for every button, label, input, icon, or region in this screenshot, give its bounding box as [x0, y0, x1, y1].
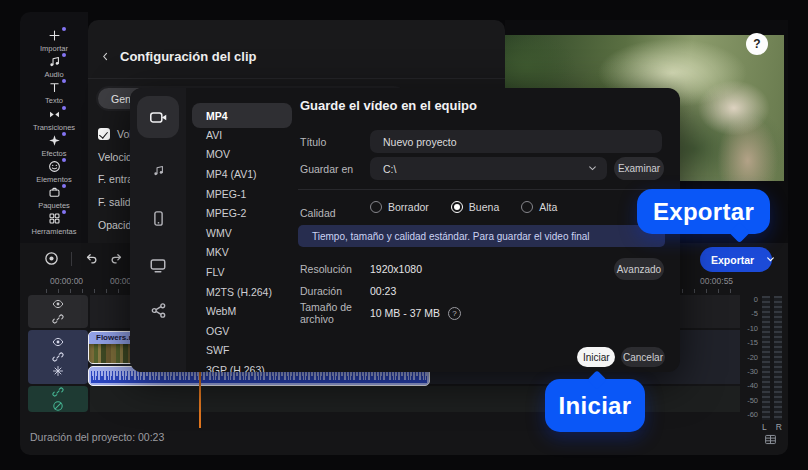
- record-icon[interactable]: [44, 251, 59, 266]
- quality-options: BorradorBuenaAlta: [370, 201, 557, 213]
- ruler-timecode: 00:00:00: [50, 276, 83, 286]
- track-header-audio[interactable]: [28, 386, 88, 412]
- advanced-button[interactable]: Avanzado: [614, 258, 664, 280]
- title-field-label: Título: [300, 136, 326, 148]
- divider: [298, 189, 664, 190]
- audio-meter-channels: LR: [762, 422, 782, 432]
- info-row-duraci-n: Duración00:23: [300, 280, 600, 302]
- info-banner: Tiempo, tamaño y calidad estándar. Para …: [298, 225, 665, 247]
- undo-icon[interactable]: [84, 253, 98, 265]
- eye-icon[interactable]: [52, 299, 64, 311]
- timeline-toolbar: [44, 251, 124, 266]
- chevron-down-icon[interactable]: [766, 256, 775, 263]
- radio-icon[interactable]: [521, 201, 533, 213]
- sidebar-item-efectos[interactable]: Efectos: [20, 133, 88, 159]
- notification-dot: [62, 210, 66, 214]
- notification-dot: [62, 132, 66, 136]
- export-dialog: MP4AVIMOVMP4 (AV1)MPEG-1MPEG-2WMVMKVFLVM…: [130, 88, 680, 372]
- sidebar-item-audio[interactable]: Audio: [20, 54, 88, 80]
- chevron-left-icon[interactable]: [100, 50, 111, 63]
- folder-select[interactable]: C:\: [370, 157, 607, 180]
- clip-settings-header: Configuración del clip: [100, 49, 257, 64]
- sidebar-item-herramientas[interactable]: Herramientas: [20, 211, 88, 237]
- format-option-wmv[interactable]: WMV: [192, 223, 292, 243]
- sidebar-item-transiciones[interactable]: Transiciones: [20, 107, 88, 133]
- rail-device-icon[interactable]: [130, 210, 186, 227]
- track-header-overlay[interactable]: [28, 295, 88, 328]
- format-list: MP4AVIMOVMP4 (AV1)MPEG-1MPEG-2WMVMKVFLVM…: [192, 103, 292, 372]
- snowflake-icon[interactable]: [52, 365, 64, 377]
- project-duration-text: Duración del proyecto: 00:23: [30, 431, 164, 443]
- track-header-video[interactable]: [28, 330, 88, 384]
- checkbox[interactable]: [98, 128, 110, 140]
- start-button[interactable]: Iniciar: [577, 347, 615, 367]
- audio-meter-left: [762, 296, 770, 420]
- export-target-rail: [130, 88, 186, 372]
- music-note-icon: [48, 55, 61, 68]
- rail-share-icon[interactable]: [130, 302, 186, 319]
- sidebar-item-importar[interactable]: Importar: [20, 28, 88, 54]
- eye-icon[interactable]: [52, 337, 64, 349]
- cancel-button[interactable]: Cancelar: [621, 347, 665, 367]
- format-option-swf[interactable]: SWF: [192, 341, 292, 361]
- radio-icon[interactable]: [370, 201, 382, 213]
- folder-field-label: Guardar en: [300, 163, 353, 175]
- info-row-tama-o-de-archivo: Tamaño de archivo10 MB - 37 MB?: [300, 302, 600, 324]
- ruler-timecode: 00:00:55: [700, 276, 733, 286]
- redo-icon[interactable]: [110, 253, 124, 265]
- link-icon[interactable]: [52, 313, 64, 325]
- export-button[interactable]: Exportar: [700, 247, 772, 272]
- radio-icon[interactable]: [451, 201, 463, 213]
- audio-meter-scale: 0-5-10-15-20-30-40-50-60: [710, 293, 758, 423]
- help-button[interactable]: ?: [746, 33, 768, 55]
- quality-radio-buena[interactable]: Buena: [451, 201, 499, 213]
- notification-dot: [62, 79, 66, 83]
- format-option-ogv[interactable]: OGV: [192, 321, 292, 341]
- meter-settings-icon[interactable]: [764, 433, 777, 446]
- format-option-mkv[interactable]: MKV: [192, 243, 292, 263]
- quality-radio-alta[interactable]: Alta: [521, 201, 557, 213]
- smiley-icon: [48, 160, 61, 173]
- rail-music-note-icon[interactable]: [130, 164, 186, 177]
- format-option-mp4-av1-[interactable]: MP4 (AV1): [192, 164, 292, 184]
- dialog-title: Guarde el vídeo en el equipo: [300, 98, 477, 113]
- panel-title: Configuración del clip: [120, 49, 257, 64]
- link-icon[interactable]: [52, 386, 64, 398]
- format-option-avi[interactable]: AVI: [192, 125, 292, 145]
- format-option-flv[interactable]: FLV: [192, 262, 292, 282]
- format-option-mpeg-2[interactable]: MPEG-2: [192, 203, 292, 223]
- format-option-mpeg-1[interactable]: MPEG-1: [192, 184, 292, 204]
- notification-dot: [62, 184, 66, 188]
- browse-button[interactable]: Examinar: [614, 157, 664, 180]
- sidebar-item-elementos[interactable]: Elementos: [20, 159, 88, 185]
- transition-icon: [48, 108, 61, 121]
- info-row-resoluci-n: Resolución1920x1080: [300, 258, 600, 280]
- audio-meter-right: [774, 296, 782, 420]
- sparkle-icon: [48, 134, 61, 147]
- exportar-callout[interactable]: Exportar: [637, 189, 770, 234]
- format-option-m2ts-h-264-[interactable]: M2TS (H.264): [192, 282, 292, 302]
- link-icon[interactable]: [52, 351, 64, 363]
- iniciar-callout[interactable]: Iniciar: [545, 379, 645, 432]
- chevron-down-icon: [588, 165, 597, 172]
- format-option-webm[interactable]: WebM: [192, 301, 292, 321]
- rail-video-camera-icon[interactable]: [137, 96, 179, 138]
- sidebar-item-paquetes[interactable]: Paquetes: [20, 185, 88, 211]
- mute-icon[interactable]: [52, 400, 64, 412]
- help-icon[interactable]: ?: [448, 307, 461, 320]
- sidebar-item-texto[interactable]: Texto: [20, 80, 88, 106]
- output-info-rows: Resolución1920x1080Duración00:23Tamaño d…: [300, 258, 600, 324]
- playhead[interactable]: [199, 363, 201, 428]
- grid-icon: [48, 212, 61, 225]
- format-option-3gp-h-263-[interactable]: 3GP (H.263): [192, 360, 292, 372]
- quality-radio-borrador[interactable]: Borrador: [370, 201, 429, 213]
- format-option-mov[interactable]: MOV: [192, 145, 292, 165]
- nav-items: ImportarAudioTextoTransicionesEfectosEle…: [20, 28, 88, 238]
- plus-icon: [48, 29, 61, 42]
- title-input[interactable]: Nuevo proyecto: [370, 130, 662, 153]
- app-window: ImportarAudioTextoTransicionesEfectosEle…: [0, 0, 808, 470]
- rail-tv-icon[interactable]: [130, 256, 186, 274]
- notification-dot: [62, 27, 66, 31]
- divider: [88, 78, 505, 79]
- briefcase-icon: [48, 186, 61, 199]
